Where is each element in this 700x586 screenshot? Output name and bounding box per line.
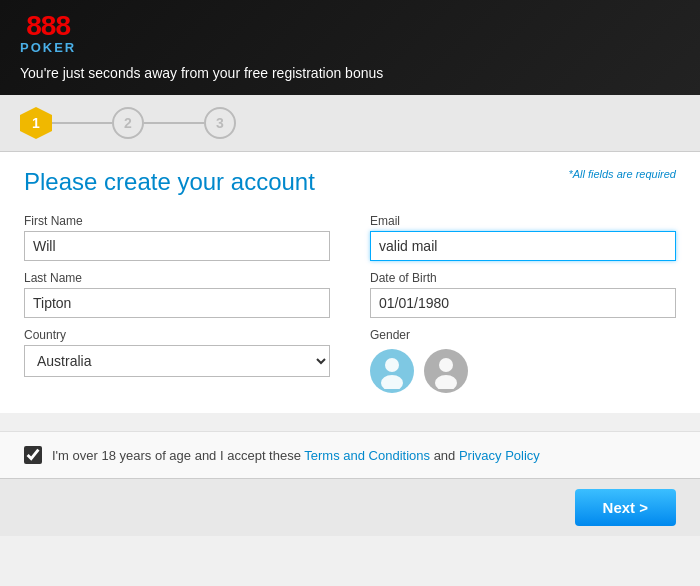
country-group: Country Australia United States United K… [24,328,330,377]
country-select[interactable]: Australia United States United Kingdom C… [24,345,330,377]
step-circle-3: 3 [204,107,236,139]
female-avatar [424,349,468,393]
terms-checkbox[interactable] [24,446,42,464]
header-tagline: You're just seconds away from your free … [20,65,383,81]
header: 888 poker You're just seconds away from … [0,0,700,95]
first-name-input[interactable] [24,231,330,261]
terms-text-middle: and [430,448,459,463]
terms-text: I'm over 18 years of age and I accept th… [52,448,540,463]
step-2: 2 [112,107,144,139]
terms-link[interactable]: Terms and Conditions [304,448,430,463]
logo-container: 888 poker [20,12,76,55]
terms-section: I'm over 18 years of age and I accept th… [0,431,700,478]
first-name-label: First Name [24,214,330,228]
dob-group: Date of Birth [370,271,676,318]
footer-bar: Next > [0,478,700,536]
logo-888: 888 [26,12,70,40]
right-col: Email Date of Birth Gender [370,214,676,393]
email-label: Email [370,214,676,228]
gender-label: Gender [370,328,676,342]
step-line-1 [52,122,112,124]
steps-bar: 1 2 3 [0,95,700,152]
male-avatar [370,349,414,393]
email-group: Email [370,214,676,261]
next-button[interactable]: Next > [575,489,676,526]
svg-point-3 [435,375,457,389]
privacy-link[interactable]: Privacy Policy [459,448,540,463]
svg-point-1 [381,375,403,389]
female-icon [428,353,464,389]
terms-text-before: I'm over 18 years of age and I accept th… [52,448,304,463]
step-3: 3 [204,107,236,139]
form-columns: First Name Last Name Country Australia U… [24,214,676,393]
gender-female[interactable] [424,349,468,393]
logo-poker: poker [20,40,76,55]
step-line-2 [144,122,204,124]
gender-male[interactable] [370,349,414,393]
left-col: First Name Last Name Country Australia U… [24,214,330,393]
step-circle-1: 1 [20,107,52,139]
dob-label: Date of Birth [370,271,676,285]
step-circle-2: 2 [112,107,144,139]
first-name-group: First Name [24,214,330,261]
last-name-label: Last Name [24,271,330,285]
svg-point-0 [385,358,399,372]
main-content: *All fields are required Please create y… [0,152,700,413]
dob-input[interactable] [370,288,676,318]
country-label: Country [24,328,330,342]
email-input[interactable] [370,231,676,261]
gender-row [370,349,676,393]
last-name-input[interactable] [24,288,330,318]
last-name-group: Last Name [24,271,330,318]
step-1: 1 [20,107,52,139]
required-note: *All fields are required [568,168,676,180]
gender-group: Gender [370,328,676,393]
male-icon [374,353,410,389]
svg-point-2 [439,358,453,372]
